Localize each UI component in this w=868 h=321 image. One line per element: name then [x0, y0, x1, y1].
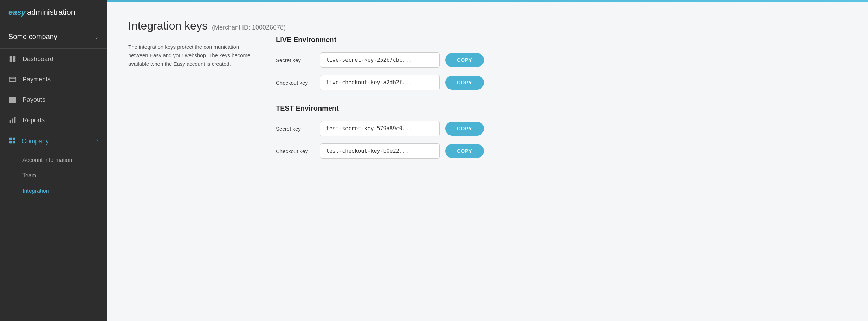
merchant-id: (Merchant ID: 100026678) — [212, 24, 286, 31]
live-secret-key-copy-button[interactable]: COPY — [445, 53, 484, 67]
company-icon — [8, 137, 16, 146]
svg-rect-17 — [13, 141, 15, 143]
description-text: The integration keys protect the communi… — [128, 43, 255, 68]
svg-rect-7 — [9, 100, 16, 103]
payouts-label: Payouts — [22, 96, 45, 104]
logo-rest: administration — [27, 8, 75, 17]
main-content: Integration keys (Merchant ID: 100026678… — [107, 0, 868, 321]
live-env-title: LIVE Environment — [276, 36, 484, 44]
test-checkout-key-row: Checkout key COPY — [276, 143, 484, 159]
svg-rect-0 — [10, 56, 12, 59]
test-checkout-key-input[interactable] — [320, 143, 440, 159]
chevron-down-icon: ⌄ — [95, 34, 99, 40]
reports-icon — [8, 116, 17, 124]
test-secret-key-input[interactable] — [320, 121, 440, 136]
svg-rect-14 — [9, 138, 12, 140]
test-secret-key-copy-button[interactable]: COPY — [445, 122, 484, 136]
integration-keys-title: Integration keys — [128, 19, 208, 32]
logo-easy: easy — [8, 8, 26, 17]
dashboard-label: Dashboard — [22, 55, 53, 63]
svg-rect-8 — [9, 99, 16, 100]
live-environment-section: LIVE Environment Secret key COPY Checkou… — [276, 36, 484, 90]
live-checkout-key-input[interactable] — [320, 75, 440, 90]
svg-rect-6 — [11, 80, 12, 80]
test-secret-key-label: Secret key — [276, 126, 315, 132]
page-title: Integration keys (Merchant ID: 100026678… — [128, 19, 473, 32]
sidebar-item-payments[interactable]: Payments — [0, 69, 107, 90]
payouts-icon — [8, 96, 17, 104]
svg-rect-13 — [14, 117, 16, 123]
sidebar-item-payouts[interactable]: Payouts — [0, 90, 107, 110]
company-name: Some company — [8, 33, 57, 41]
svg-rect-12 — [12, 118, 13, 123]
test-checkout-key-label: Checkout key — [276, 148, 315, 154]
svg-rect-11 — [10, 120, 11, 123]
live-checkout-key-label: Checkout key — [276, 80, 315, 86]
svg-rect-3 — [13, 59, 15, 62]
svg-rect-9 — [9, 98, 16, 99]
test-checkout-key-copy-button[interactable]: COPY — [445, 144, 484, 158]
live-secret-key-row: Secret key COPY — [276, 52, 484, 68]
svg-rect-2 — [10, 59, 12, 62]
sidebar-item-account-information[interactable]: Account information — [0, 152, 107, 168]
svg-rect-16 — [9, 141, 12, 143]
test-environment-section: TEST Environment Secret key COPY Checkou… — [276, 104, 484, 159]
sidebar-item-company[interactable]: Company ⌃ — [0, 130, 107, 152]
test-env-title: TEST Environment — [276, 104, 484, 112]
live-secret-key-input[interactable] — [320, 52, 440, 68]
svg-rect-10 — [9, 97, 16, 98]
svg-rect-15 — [13, 138, 15, 140]
sidebar-item-reports[interactable]: Reports — [0, 110, 107, 130]
payments-label: Payments — [22, 76, 51, 83]
reports-label: Reports — [22, 117, 45, 124]
test-secret-key-row: Secret key COPY — [276, 121, 484, 136]
dashboard-icon — [8, 55, 17, 63]
company-selector[interactable]: Some company ⌄ — [0, 25, 107, 49]
svg-rect-4 — [9, 77, 16, 82]
svg-rect-1 — [13, 56, 15, 59]
live-secret-key-label: Secret key — [276, 57, 315, 63]
company-chevron-up-icon: ⌃ — [95, 139, 99, 144]
sidebar-item-dashboard[interactable]: Dashboard — [0, 49, 107, 69]
live-checkout-key-row: Checkout key COPY — [276, 75, 484, 90]
sidebar-item-integration[interactable]: Integration — [0, 183, 107, 199]
company-section-label: Company — [22, 138, 49, 145]
sidebar: easy administration Some company ⌄ Dashb… — [0, 0, 107, 321]
app-logo: easy administration — [0, 0, 107, 25]
company-sub-nav: Account information Team Integration — [0, 152, 107, 199]
live-checkout-key-copy-button[interactable]: COPY — [445, 76, 484, 90]
sidebar-item-team[interactable]: Team — [0, 168, 107, 183]
payments-icon — [8, 76, 17, 83]
